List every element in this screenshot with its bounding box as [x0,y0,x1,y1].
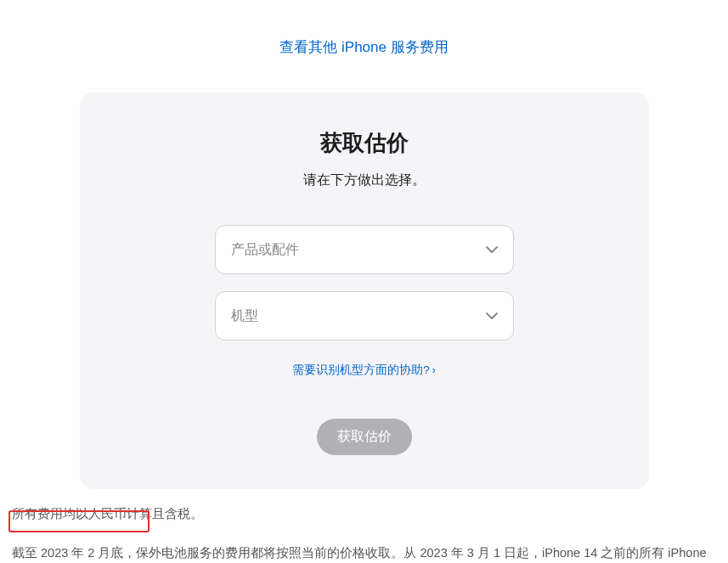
chevron-right-icon: › [432,364,436,376]
top-link-wrapper: 查看其他 iPhone 服务费用 [8,0,720,82]
model-select[interactable]: 机型 [215,291,514,341]
footer-text: 所有费用均以人民币计算且含税。 截至 2023 年 2 月底，保外电池服务的费用… [8,501,720,563]
get-estimate-button[interactable]: 获取估价 [317,419,412,455]
product-select-placeholder: 产品或配件 [231,241,299,259]
card-title: 获取估价 [114,128,615,158]
chevron-down-icon [486,244,498,256]
footer-line-2: 截至 2023 年 2 月底，保外电池服务的费用都将按照当前的价格收取。从 20… [12,540,716,563]
card-subtitle: 请在下方做出选择。 [114,172,615,189]
other-services-link[interactable]: 查看其他 iPhone 服务费用 [279,39,448,55]
product-select-wrapper: 产品或配件 [215,225,514,274]
model-select-wrapper: 机型 [215,291,514,341]
estimate-card: 获取估价 请在下方做出选择。 产品或配件 机型 需要识别机型方面的协助? › [80,93,649,489]
help-link-text: 需要识别机型方面的协助? [292,363,430,378]
footer-line-1: 所有费用均以人民币计算且含税。 [12,501,716,528]
identify-model-help-link[interactable]: 需要识别机型方面的协助? › [292,363,436,378]
chevron-down-icon [486,310,498,322]
model-select-placeholder: 机型 [231,307,258,325]
product-select[interactable]: 产品或配件 [215,225,514,274]
